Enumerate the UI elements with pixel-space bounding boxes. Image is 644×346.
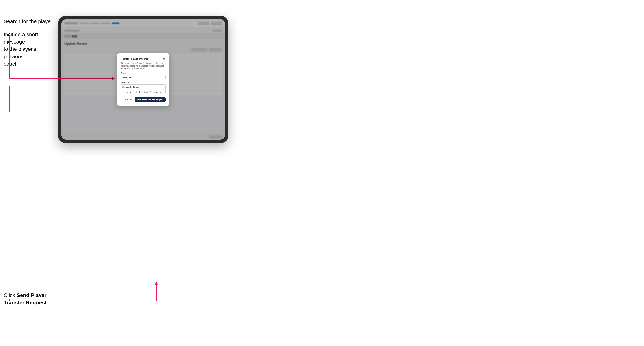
annotation-search: Search for the player. bbox=[4, 18, 54, 25]
modal-title: Request player transfer bbox=[121, 57, 148, 60]
tablet-screen: Update Roster bbox=[62, 19, 225, 140]
player-input[interactable] bbox=[121, 75, 166, 80]
annotation-click: Click Send Player Transfer Request bbox=[4, 292, 52, 306]
tablet-frame: Update Roster bbox=[58, 16, 228, 143]
modal-close-button[interactable]: ✕ bbox=[162, 57, 166, 61]
send-transfer-request-button[interactable]: Send Player Transfer Request bbox=[134, 97, 166, 102]
player-field-label: Player bbox=[121, 72, 166, 74]
message-textarea[interactable]: Hi Coach McHarg, Please accept this tran… bbox=[121, 84, 166, 94]
message-field-label: Message bbox=[121, 82, 166, 84]
modal-header: Request player transfer ✕ bbox=[121, 57, 166, 61]
modal-footer: Cancel Send Player Transfer Request bbox=[121, 97, 166, 102]
modal-overlay: Request player transfer ✕ If the player … bbox=[62, 19, 225, 140]
modal-description: If the player is transferring from anoth… bbox=[121, 62, 166, 70]
annotation-message: Include a short message to the player's … bbox=[4, 31, 52, 67]
svg-marker-7 bbox=[155, 281, 158, 285]
transfer-request-modal: Request player transfer ✕ If the player … bbox=[117, 53, 170, 106]
cancel-button[interactable]: Cancel bbox=[124, 98, 133, 101]
